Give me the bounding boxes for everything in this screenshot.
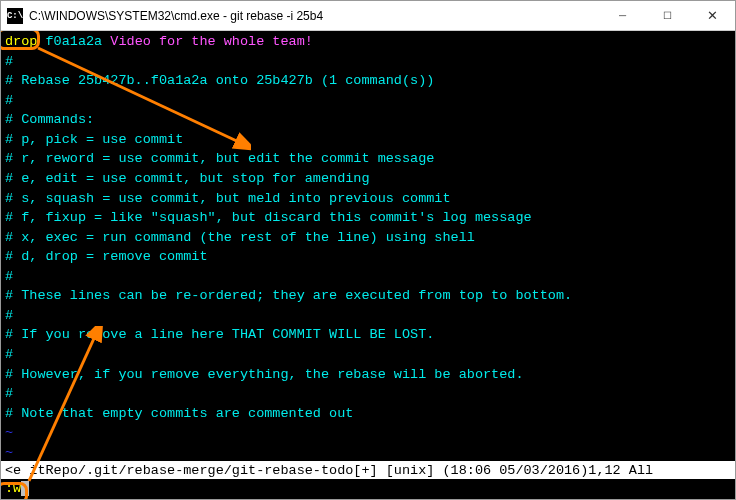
comment-line: # — [5, 345, 731, 365]
note-abort: # However, if you remove everything, the… — [5, 365, 731, 385]
command-pick: # p, pick = use commit — [5, 130, 731, 150]
command-exec: # x, exec = run command (the rest of the… — [5, 228, 731, 248]
command-squash: # s, squash = use commit, but meld into … — [5, 189, 731, 209]
window-title: C:\WINDOWS\SYSTEM32\cmd.exe - git rebase… — [29, 9, 600, 23]
command-fixup: # f, fixup = like "squash", but discard … — [5, 208, 731, 228]
commands-header: # Commands: — [5, 110, 731, 130]
commit-line: drop f0a1a2a Video for the whole team! — [5, 32, 731, 52]
note-reorder: # These lines can be re-ordered; they ar… — [5, 286, 731, 306]
comment-line: # — [5, 267, 731, 287]
cmd-icon: C:\ — [7, 8, 23, 24]
note-lost: # If you remove a line here THAT COMMIT … — [5, 325, 731, 345]
comment-line: # — [5, 384, 731, 404]
minimize-button[interactable]: ─ — [600, 1, 645, 30]
commit-hash-text: f0a1a2a — [46, 34, 103, 49]
command-edit: # e, edit = use commit, but stop for ame… — [5, 169, 731, 189]
vim-cmdline-text: :w — [5, 481, 21, 496]
maximize-button[interactable]: ☐ — [645, 1, 690, 30]
commit-message-text: Video for the whole team! — [110, 34, 313, 49]
comment-line: # — [5, 52, 731, 72]
terminal-content[interactable]: drop f0a1a2a Video for the whole team! #… — [1, 31, 735, 499]
drop-keyword: drop — [5, 34, 37, 49]
note-empty: # Note that empty commits are commented … — [5, 404, 731, 424]
command-reword: # r, reword = use commit, but edit the c… — [5, 149, 731, 169]
vim-statusline: <e itRepo/.git/rebase-merge/git-rebase-t… — [1, 461, 735, 481]
command-drop: # d, drop = remove commit — [5, 247, 731, 267]
comment-line: # — [5, 306, 731, 326]
vim-tilde: ~ — [5, 443, 731, 463]
window-titlebar: C:\ C:\WINDOWS\SYSTEM32\cmd.exe - git re… — [1, 1, 735, 31]
close-button[interactable]: ✕ — [690, 1, 735, 30]
window-controls: ─ ☐ ✕ — [600, 1, 735, 30]
vim-tilde: ~ — [5, 423, 731, 443]
comment-line: # — [5, 91, 731, 111]
rebase-info-line: # Rebase 25b427b..f0a1a2a onto 25b427b (… — [5, 71, 731, 91]
cursor-icon — [21, 481, 29, 496]
vim-cmdline[interactable]: :w — [1, 479, 735, 499]
